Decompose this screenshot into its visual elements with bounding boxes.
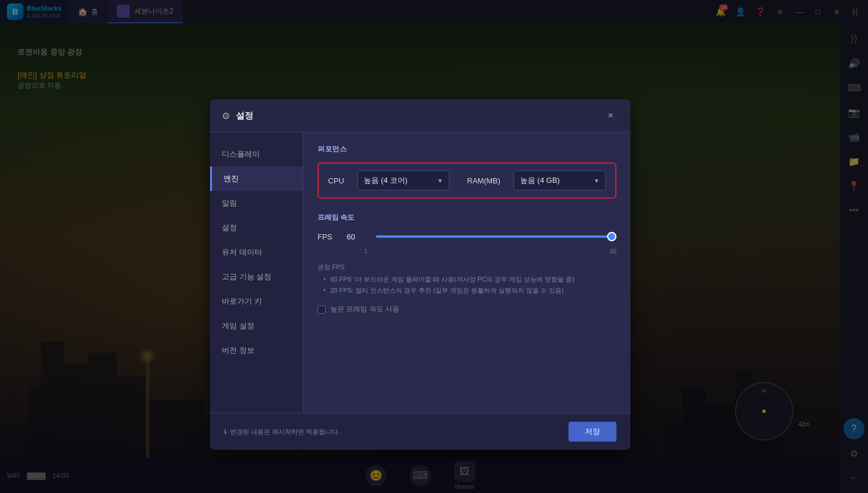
performance-section-title: 퍼포먼스 — [318, 144, 616, 154]
menu-engine[interactable]: 엔진 — [210, 166, 303, 191]
ram-dropdown-arrow: ▼ — [594, 178, 599, 184]
fps-bullet-0: 60 FPS :더 부드러운 게임 플레이할 때 사용(저사양 PC의 경우 게… — [323, 275, 616, 284]
cpu-label: CPU — [328, 176, 346, 185]
high-fps-row: 높은 프레임 속도 사용 — [318, 304, 616, 314]
dialog-header: 설정 × — [210, 99, 630, 133]
menu-display[interactable]: 디스플레이 — [210, 142, 303, 166]
fps-slider-thumb[interactable] — [607, 232, 616, 241]
high-fps-label: 높은 프레임 속도 사용 — [330, 304, 399, 314]
fps-slider-container[interactable] — [376, 231, 616, 242]
cpu-ram-row: CPU 높음 (4 코어) ▼ RAM(MB) 높음 (4 GB) ▼ — [328, 171, 606, 190]
dialog-gear-icon — [222, 110, 230, 121]
info-icon — [224, 428, 226, 436]
footer-info: 변경된 내용은 재시작하면 적용됩니다. — [224, 428, 340, 436]
cpu-dropdown-arrow: ▼ — [437, 178, 443, 184]
fps-slider-track — [376, 235, 616, 238]
fps-recommendations: 권장 FPS 60 FPS :더 부드러운 게임 플레이할 때 사용(저사양 P… — [318, 263, 616, 295]
close-x-icon: × — [608, 110, 613, 121]
performance-box: CPU 높음 (4 코어) ▼ RAM(MB) 높음 (4 GB) ▼ — [318, 162, 616, 199]
dialog-title: 설정 — [236, 110, 253, 121]
menu-advanced[interactable]: 고급 기능 설정 — [210, 265, 303, 289]
cpu-select[interactable]: 높음 (4 코어) ▼ — [357, 171, 449, 190]
dialog-close-button[interactable]: × — [602, 107, 619, 124]
menu-settings[interactable]: 설정 — [210, 216, 303, 240]
dialog-content: 퍼포먼스 CPU 높음 (4 코어) ▼ RAM(MB) 높음 (4 GB) ▼ — [304, 133, 630, 413]
ram-select[interactable]: 높음 (4 GB) ▼ — [514, 171, 606, 190]
menu-version[interactable]: 버전 정보 — [210, 338, 303, 363]
save-button[interactable]: 저장 — [569, 422, 616, 442]
fps-bullets-list: 60 FPS :더 부드러운 게임 플레이할 때 사용(저사양 PC의 경우 게… — [318, 275, 616, 295]
high-fps-checkbox[interactable] — [318, 305, 326, 314]
slider-labels: 1 60 — [318, 248, 616, 255]
settings-dialog: 설정 × 디스플레이 엔진 알림 설정 유저 데이터 고급 기능 설정 바로가기… — [210, 99, 630, 450]
menu-userdata[interactable]: 유저 데이터 — [210, 240, 303, 265]
fps-value: 60 — [347, 232, 364, 241]
ram-label: RAM(MB) — [467, 176, 502, 185]
dialog-footer: 변경된 내용은 재시작하면 적용됩니다. 저장 — [210, 413, 630, 450]
fps-recommended-title: 권장 FPS — [318, 263, 616, 272]
fps-label: FPS — [318, 232, 335, 241]
fps-section-title: 프레임 속도 — [318, 213, 616, 223]
menu-shortcuts[interactable]: 바로가기 키 — [210, 289, 303, 314]
dialog-body: 디스플레이 엔진 알림 설정 유저 데이터 고급 기능 설정 바로가기 키 게임… — [210, 133, 630, 413]
fps-row: FPS 60 — [318, 231, 616, 242]
fps-section: 프레임 속도 FPS 60 1 60 권장 FPS — [318, 213, 616, 314]
dialog-sidebar: 디스플레이 엔진 알림 설정 유저 데이터 고급 기능 설정 바로가기 키 게임… — [210, 133, 304, 413]
menu-game-settings[interactable]: 게임 설정 — [210, 314, 303, 338]
menu-alarm[interactable]: 알림 — [210, 191, 303, 216]
fps-slider-fill — [376, 235, 616, 238]
fps-bullet-1: 20 FPS: 멀티 인스턴스의 경우 추천 (일부 게임은 원활하게 실행되지… — [323, 286, 616, 295]
